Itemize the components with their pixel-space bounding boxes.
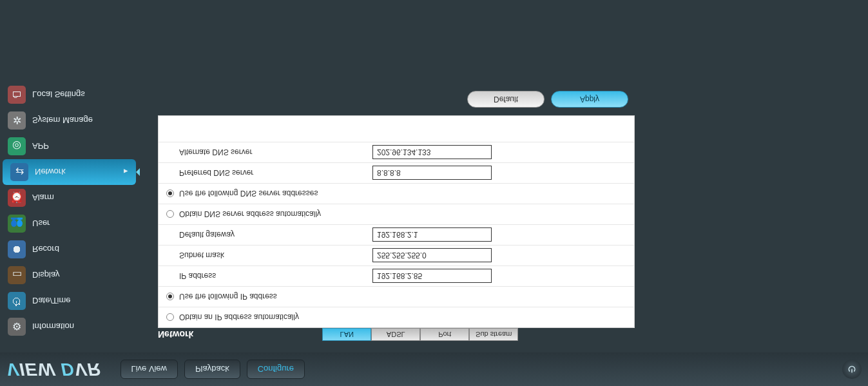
row-spacer [159,116,634,142]
sidebar-item-label: User [32,219,50,229]
logo-v: V [6,360,19,380]
sidebar-item-label: Record [32,245,59,255]
row-use-ip: Use the following IP address [159,286,634,307]
radio-label: Obtain an IP address automatically [179,313,299,322]
sidebar-item-label: APP [32,142,49,151]
row-default-gateway: Default gateway [159,224,634,245]
preferred-dns-input[interactable] [372,166,492,180]
content: ⚙Information ⏱Date/Time ▭Display ⏺Record… [0,0,868,352]
nav-live-view[interactable]: Live View [121,360,178,379]
logo-d: D [61,360,74,380]
field-label: Subnet mask [166,251,372,260]
sidebar-item-label: Local Settings [32,90,85,100]
sidebar-item-label: Alarm [32,193,54,203]
network-icon: ⇄ [10,163,28,181]
radio-label: Use the following DNS server addresses [179,189,318,198]
nav-playback[interactable]: Playback [184,360,240,379]
tab-sub-stream[interactable]: Sub stream [469,328,518,341]
row-ip-address: IP address [159,265,634,286]
default-gateway-input[interactable] [372,228,492,242]
sidebar-item-datetime[interactable]: ⏱Date/Time [0,288,139,314]
nav-configure[interactable]: Configure [247,360,305,379]
logo-text2: VR [75,360,101,380]
sidebar-item-label: Information [32,322,74,332]
row-use-dns: Use the following DNS server addresses [159,183,634,204]
sidebar-item-system-manage[interactable]: ✲System Manage [0,108,139,133]
alternate-dns-input[interactable] [372,146,492,160]
sidebar-item-network[interactable]: ⇄Network▸ [3,159,136,185]
radio-obtain-dns[interactable] [166,211,174,218]
tabs: LAN ADSL Port Sub stream [322,328,518,341]
sidebar-item-app[interactable]: ◎APP [0,133,139,159]
field-label: Preferred DNS server [166,169,372,178]
tab-port[interactable]: Port [420,328,469,341]
ip-address-input[interactable] [372,269,492,284]
chevron-right-icon: ▸ [124,168,128,177]
tab-adsl[interactable]: ADSL [371,328,420,341]
default-button[interactable]: Default [467,91,545,108]
folder-icon: 🗀 [8,86,26,104]
apply-button[interactable]: Apply [551,91,628,108]
main-nav: Live View Playback Configure [121,360,305,379]
radio-label: Obtain DNS server address automatically [179,210,321,219]
radio-use-dns[interactable] [166,190,174,198]
sidebar-item-record[interactable]: ⏺Record [0,236,139,262]
radio-label: Use the following IP address [179,293,277,302]
active-marker-icon [136,168,140,176]
power-icon [847,365,856,374]
field-label: IP address [166,272,372,281]
gear-icon: ⚙ [8,318,26,336]
network-form: Obtain an IP address automatically Use t… [158,115,635,328]
sidebar-item-display[interactable]: ▭Display [0,262,139,288]
panel-title: Network [158,329,193,340]
sidebar-item-local-settings[interactable]: 🗀Local Settings [0,82,139,108]
sidebar-item-information[interactable]: ⚙Information [0,314,139,340]
row-alternate-dns: Alternate DNS server [159,142,634,162]
subnet-mask-input[interactable] [372,249,492,263]
logo-text: IEW [19,360,55,380]
radio-obtain-ip[interactable] [166,314,174,322]
clock-icon: ⏱ [8,292,26,310]
field-label: Alternate DNS server [166,148,372,157]
radio-use-ip[interactable] [166,293,174,301]
action-buttons: Default Apply [467,91,849,108]
row-preferred-dns: Preferred DNS server [159,162,634,183]
sidebar-item-label: Display [32,271,60,280]
user-icon: 👥 [8,215,26,233]
row-obtain-dns: Obtain DNS server address automatically [159,204,634,224]
power-button[interactable] [842,360,862,379]
logo: VIEW DVR [6,359,101,380]
field-label: Default gateway [166,231,372,240]
display-icon: ▭ [8,266,26,284]
system-icon: ✲ [8,111,26,130]
record-icon: ⏺ [8,240,26,258]
app-icon: ◎ [8,137,26,155]
sidebar-item-label: Date/Time [32,296,70,306]
sidebar-item-label: Network [35,168,66,177]
sidebar-item-alarm[interactable]: ⏰Alarm [0,185,139,211]
sidebar-item-user[interactable]: 👥User [0,211,139,236]
row-obtain-ip: Obtain an IP address automatically [159,307,634,327]
sidebar-item-label: System Manage [32,116,93,126]
sidebar: ⚙Information ⏱Date/Time ▭Display ⏺Record… [0,0,139,352]
main-panel: Network LAN ADSL Port Sub stream Obtain … [139,0,868,352]
alarm-icon: ⏰ [8,189,26,207]
row-subnet-mask: Subnet mask [159,245,634,265]
top-bar: VIEW DVR Live View Playback Configure [0,352,868,386]
tab-lan[interactable]: LAN [322,328,371,341]
